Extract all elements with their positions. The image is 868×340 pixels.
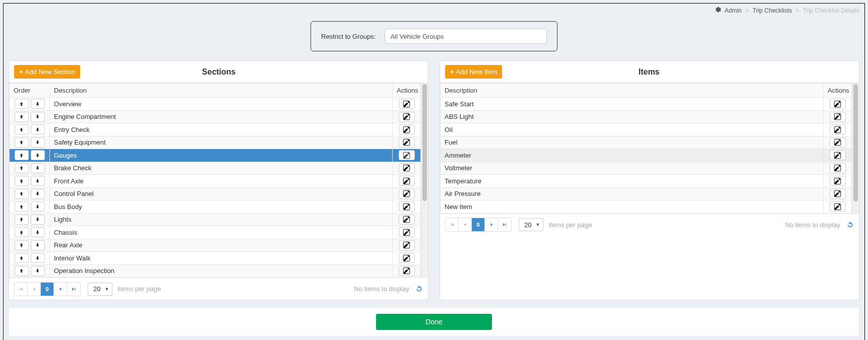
edit-button[interactable] — [399, 227, 415, 237]
table-row[interactable]: Ammeter — [441, 149, 852, 162]
page-size-select[interactable]: 20 ▼ — [88, 283, 112, 296]
edit-button[interactable] — [399, 150, 415, 160]
pager-next[interactable] — [485, 218, 498, 231]
pager-last[interactable] — [67, 283, 80, 296]
move-up-button[interactable] — [15, 176, 29, 186]
move-down-button[interactable] — [31, 227, 45, 237]
pager-current[interactable]: 0 — [472, 218, 485, 231]
move-up-button[interactable] — [15, 150, 29, 160]
table-row[interactable]: Fuel — [441, 136, 852, 149]
table-row[interactable]: Voltmeter — [441, 162, 852, 175]
move-up-button[interactable] — [15, 124, 29, 134]
add-new-item-button[interactable]: + Add New Item — [445, 65, 502, 79]
move-down-button[interactable] — [31, 215, 45, 225]
table-row[interactable]: Control Panel — [10, 187, 421, 200]
edit-button[interactable] — [830, 163, 846, 173]
done-button[interactable]: Done — [376, 314, 492, 330]
move-up-button[interactable] — [15, 253, 29, 263]
move-down-button[interactable] — [31, 201, 45, 212]
items-scrollbar[interactable] — [852, 83, 859, 214]
table-row[interactable]: Lights — [10, 213, 421, 226]
sections-table: Order Description Actions OverviewEngine… — [9, 83, 421, 278]
move-up-button[interactable] — [15, 266, 29, 276]
pager-next[interactable] — [54, 283, 67, 296]
pager-status: No items to display — [354, 285, 409, 293]
edit-button[interactable] — [399, 266, 415, 276]
move-up-button[interactable] — [15, 201, 29, 212]
edit-button[interactable] — [399, 176, 415, 186]
page-size-select[interactable]: 20 ▼ — [519, 218, 543, 231]
move-up-button[interactable] — [15, 215, 29, 225]
refresh-icon[interactable] — [415, 285, 423, 293]
pager-current[interactable]: 0 — [41, 283, 54, 296]
move-down-button[interactable] — [31, 138, 45, 148]
edit-button[interactable] — [830, 138, 846, 148]
refresh-icon[interactable] — [846, 221, 854, 229]
pager-first[interactable] — [15, 283, 28, 296]
edit-button[interactable] — [399, 215, 415, 225]
table-row[interactable]: Oil — [441, 123, 852, 137]
edit-button[interactable] — [830, 176, 846, 186]
table-row[interactable]: ABS Light — [441, 110, 852, 123]
pager-last[interactable] — [498, 218, 511, 231]
move-up-button[interactable] — [15, 138, 29, 148]
edit-button[interactable] — [830, 124, 846, 134]
table-row[interactable]: Overview — [10, 98, 421, 111]
table-row[interactable]: Air Pressure — [441, 187, 852, 200]
edit-button[interactable] — [399, 138, 415, 148]
add-new-section-button[interactable]: + Add New Section — [14, 65, 80, 79]
move-down-button[interactable] — [31, 240, 45, 250]
edit-button[interactable] — [830, 189, 846, 199]
move-down-button[interactable] — [31, 189, 45, 199]
table-row[interactable]: Brake Check — [10, 162, 421, 175]
restrict-groups-box: Restrict to Groups: All Vehicle Groups — [311, 21, 557, 51]
table-row[interactable]: Bus Body — [10, 200, 421, 214]
edit-button[interactable] — [830, 201, 846, 212]
move-up-button[interactable] — [15, 189, 29, 199]
move-down-button[interactable] — [31, 112, 45, 122]
edit-button[interactable] — [399, 201, 415, 212]
table-row[interactable]: Rear Axle — [10, 239, 421, 252]
restrict-groups-select[interactable]: All Vehicle Groups — [385, 29, 547, 44]
edit-button[interactable] — [399, 253, 415, 263]
table-row[interactable]: Interior Walk — [10, 252, 421, 265]
table-row[interactable]: Gauges — [10, 149, 421, 162]
edit-button[interactable] — [830, 150, 846, 160]
edit-button[interactable] — [399, 99, 415, 109]
move-up-button[interactable] — [15, 99, 29, 109]
table-row[interactable]: Entry Check — [10, 123, 421, 137]
move-up-button[interactable] — [15, 112, 29, 122]
table-row[interactable]: Operation Inspection — [10, 264, 421, 278]
move-up-button[interactable] — [15, 163, 29, 173]
table-row[interactable]: New Item — [441, 200, 852, 214]
move-up-button[interactable] — [15, 240, 29, 250]
move-up-button[interactable] — [15, 227, 29, 237]
breadcrumb-admin[interactable]: Admin — [725, 7, 742, 14]
move-down-button[interactable] — [31, 266, 45, 276]
edit-button[interactable] — [399, 124, 415, 134]
pager-prev[interactable] — [28, 283, 41, 296]
table-row[interactable]: Temperature — [441, 175, 852, 188]
edit-button[interactable] — [399, 189, 415, 199]
edit-button[interactable] — [830, 99, 846, 109]
breadcrumb-trip-checklists[interactable]: Trip Checklists — [753, 7, 792, 14]
move-down-button[interactable] — [31, 99, 45, 109]
move-down-button[interactable] — [31, 176, 45, 186]
edit-button[interactable] — [399, 240, 415, 250]
sections-scrollbar[interactable] — [421, 83, 428, 278]
plus-icon: + — [450, 68, 454, 76]
pager-prev[interactable] — [459, 218, 472, 231]
table-row[interactable]: Safety Equipment — [10, 136, 421, 149]
table-row[interactable]: Engine Compartment — [10, 110, 421, 123]
move-down-button[interactable] — [31, 124, 45, 134]
edit-button[interactable] — [399, 112, 415, 122]
edit-button[interactable] — [830, 112, 846, 122]
table-row[interactable]: Safe Start — [441, 98, 852, 111]
table-row[interactable]: Front Axle — [10, 175, 421, 188]
pager-first[interactable] — [446, 218, 459, 231]
move-down-button[interactable] — [31, 253, 45, 263]
edit-button[interactable] — [399, 163, 415, 173]
move-down-button[interactable] — [31, 163, 45, 173]
table-row[interactable]: Chassis — [10, 226, 421, 239]
move-down-button[interactable] — [31, 150, 45, 160]
